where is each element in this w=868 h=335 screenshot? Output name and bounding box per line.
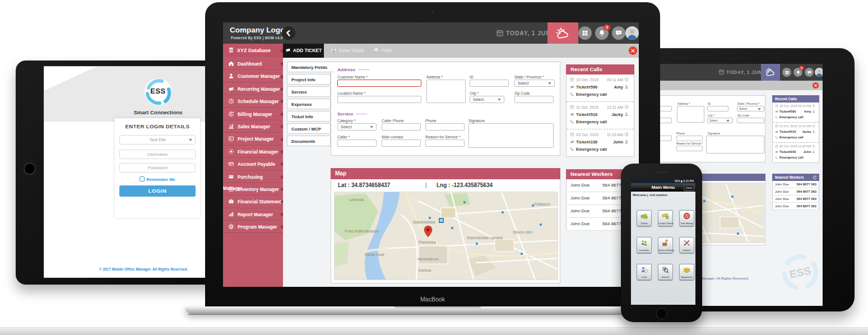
phone-home-button[interactable] bbox=[656, 308, 667, 319]
customer-name-input[interactable] bbox=[337, 80, 421, 87]
sidebar-item-financial-statement[interactable]: Financial Statement bbox=[223, 196, 283, 208]
sidebar-item-sales-manager[interactable]: Sales Manager bbox=[223, 120, 283, 133]
menu-crew[interactable]: Crew bbox=[637, 264, 652, 280]
worker-row[interactable]: John Doe564 8677 363 bbox=[772, 196, 819, 203]
messages-button[interactable] bbox=[805, 68, 814, 77]
sidebar-item-dashboard[interactable]: Dashboard bbox=[223, 58, 283, 70]
close-button[interactable] bbox=[629, 46, 637, 55]
recent-call-entry[interactable]: 03 Oct, 201511:03 AM Ticket#230John Emer… bbox=[773, 143, 819, 162]
phone-input[interactable] bbox=[676, 136, 703, 141]
tablet-home-button[interactable] bbox=[24, 162, 36, 175]
menu-options[interactable]: Options bbox=[679, 237, 694, 253]
category-select[interactable]: Select bbox=[337, 123, 377, 131]
id-input[interactable] bbox=[470, 80, 509, 87]
refresh-icon[interactable] bbox=[813, 175, 817, 180]
location-name-input[interactable] bbox=[660, 118, 672, 123]
zip-input[interactable] bbox=[737, 118, 764, 123]
avatar[interactable] bbox=[815, 68, 823, 77]
project-icon bbox=[228, 136, 234, 142]
tab-custom-mcp[interactable]: Custom / MCP bbox=[287, 123, 331, 134]
caller-input[interactable] bbox=[660, 136, 672, 141]
caller-input[interactable] bbox=[337, 139, 377, 147]
menu-time-recap[interactable]: Time Recap bbox=[679, 210, 694, 226]
database-tab[interactable]: XYZ Database bbox=[223, 44, 283, 58]
tab-project-info[interactable]: Project Info bbox=[287, 74, 331, 85]
state-select[interactable]: Select bbox=[737, 106, 764, 111]
remember-me[interactable]: Remember Me bbox=[115, 176, 200, 182]
remember-checkbox[interactable] bbox=[140, 176, 145, 182]
menu-search[interactable]: Search bbox=[658, 264, 673, 280]
city-select[interactable]: Select bbox=[470, 96, 504, 103]
avatar[interactable] bbox=[625, 26, 639, 40]
back-button[interactable] bbox=[282, 26, 295, 40]
ess-watermark: ESS bbox=[776, 248, 823, 296]
notifications-button[interactable]: 3 bbox=[595, 26, 609, 40]
menu-locations[interactable]: Locations bbox=[637, 237, 652, 253]
recent-call-entry[interactable]: 03 Oct, 201511:03 AM Ticket#230John Emer… bbox=[567, 129, 634, 156]
apps-button[interactable] bbox=[782, 68, 791, 77]
address-textarea[interactable] bbox=[677, 106, 704, 123]
tab-expenses[interactable]: Expenses bbox=[287, 99, 331, 109]
worker-row[interactable]: John Doe564 8677 363 bbox=[772, 203, 819, 210]
signature-textarea[interactable] bbox=[468, 123, 554, 148]
customer-name-input[interactable] bbox=[660, 106, 672, 111]
recent-call-entry[interactable]: 19 Oct, 201509:11 AM Ticket#590Amy Emerg… bbox=[567, 75, 634, 102]
print-button[interactable]: Print bbox=[373, 44, 391, 58]
tab-mandatory-fields[interactable]: Mandatory Fields bbox=[287, 62, 334, 72]
phone-close-button[interactable]: Close bbox=[684, 185, 694, 191]
recent-call-entry[interactable]: 11 Oct, 201512:11 AM Ticket#510Jacky Eme… bbox=[773, 123, 819, 143]
weather-tile[interactable] bbox=[547, 22, 578, 44]
phone-input[interactable] bbox=[425, 123, 465, 131]
username-field[interactable] bbox=[119, 150, 196, 159]
zip-input[interactable] bbox=[514, 96, 554, 103]
sidebar-item-financial-manager[interactable]: Financial Manager bbox=[223, 146, 283, 158]
state-select[interactable]: Select bbox=[514, 80, 555, 87]
tab-documents[interactable]: Documents bbox=[287, 136, 331, 146]
customer-name-label: Customer Name * bbox=[337, 75, 368, 79]
location-name-input[interactable] bbox=[337, 96, 421, 103]
apps-button[interactable] bbox=[578, 26, 592, 40]
notifications-button[interactable]: 3 bbox=[793, 68, 802, 77]
sidebar-item-account-payable[interactable]: Account Payable bbox=[223, 158, 283, 170]
tab-ticket-info[interactable]: Ticket Info bbox=[287, 111, 331, 122]
id-input[interactable] bbox=[707, 106, 728, 111]
worker-row[interactable]: John Doe564 8677 363 bbox=[772, 181, 819, 188]
sidebar-item-customer-manager[interactable]: Customer Manager bbox=[223, 70, 283, 82]
worker-row[interactable]: John Doe564 8677 363 bbox=[772, 188, 819, 196]
close-button[interactable] bbox=[813, 82, 819, 89]
sidebar-item-project-manager[interactable]: Project Manager bbox=[223, 133, 283, 145]
main-contact-input[interactable] bbox=[382, 139, 421, 147]
weather-tile[interactable] bbox=[761, 64, 780, 81]
reason-input[interactable] bbox=[676, 146, 703, 151]
company-select[interactable]: Test EM bbox=[119, 135, 196, 145]
sidebar-item-program-manager[interactable]: Program Manager bbox=[223, 221, 283, 233]
options-icon bbox=[683, 239, 690, 246]
signature-textarea[interactable] bbox=[706, 136, 764, 153]
tab-add-ticket[interactable]: ADD TICKET bbox=[283, 44, 324, 58]
password-field[interactable] bbox=[119, 163, 196, 173]
map-image[interactable]: M Letenská Franz Kafka Museum Staroměsts… bbox=[334, 192, 558, 280]
address-textarea[interactable] bbox=[426, 80, 466, 103]
reason-input[interactable] bbox=[425, 139, 465, 147]
sidebar-item-purchasing-manager[interactable]: Purchasing Manager bbox=[223, 171, 283, 183]
messages-button[interactable] bbox=[612, 26, 625, 40]
save-ticket-button[interactable]: Save Ticket bbox=[331, 44, 364, 58]
menu-create-tickets[interactable]: Create Tickets bbox=[658, 210, 673, 226]
caller-phone-label: Caller Phone bbox=[382, 119, 403, 123]
menu-equipment[interactable]: Equipment bbox=[679, 264, 694, 280]
map-panel: Map Lat : 34.8734658437 | Lng : -123.435… bbox=[331, 168, 560, 286]
sidebar-item-schedule-manager[interactable]: Schedule Manager bbox=[223, 95, 283, 108]
recent-call-entry[interactable]: 11 Oct, 201512:11 AM Ticket#510Jacky Eme… bbox=[567, 102, 634, 129]
sidebar-item-billing-manager[interactable]: $Billing Manager bbox=[223, 108, 283, 120]
city-select[interactable]: Select bbox=[707, 118, 733, 123]
menu-tickets[interactable]: Tickets bbox=[637, 210, 652, 226]
sidebar-item-inventory-manager[interactable]: Inventory Manager bbox=[223, 183, 283, 196]
sidebar-item-report-manager[interactable]: Report Manager bbox=[223, 208, 283, 221]
recent-call-entry[interactable]: 19 Oct, 201509:11 AM Ticket#590Amy Emerg… bbox=[773, 103, 819, 123]
sidebar-item-recurring-manager[interactable]: Recurring Manager bbox=[223, 83, 283, 95]
caller-phone-input[interactable] bbox=[382, 123, 421, 131]
tab-service-information[interactable]: Service Information bbox=[287, 86, 331, 97]
login-button[interactable]: LOGIN bbox=[119, 185, 196, 197]
close-icon bbox=[630, 48, 635, 53]
menu-service-history[interactable]: Service History bbox=[658, 237, 673, 253]
